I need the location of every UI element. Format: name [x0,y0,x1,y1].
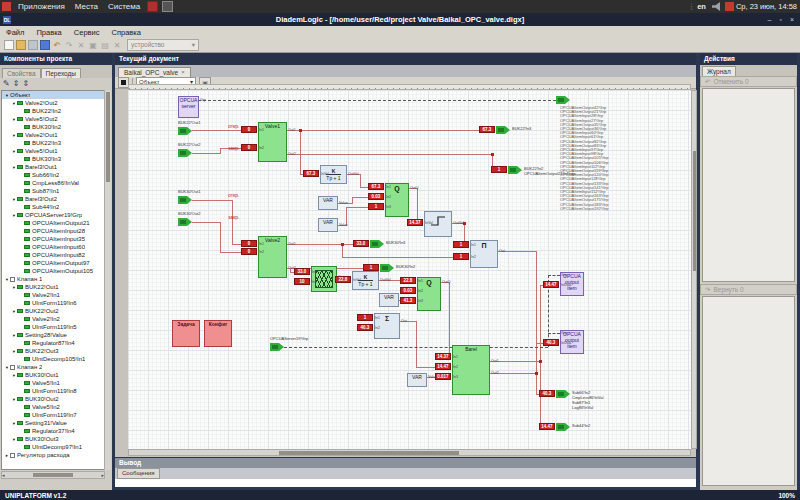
input-connector[interactable] [508,166,522,174]
diagram-canvas[interactable]: OPCUAserverGrpValve1In10In20Out1Out2KTp … [128,90,691,449]
tab-properties[interactable]: Свойства [2,68,41,78]
tree-item[interactable]: ▾Valve2!Out1 [2,131,104,139]
tree-item[interactable]: ▾BUK22!Out2 [2,307,104,315]
tree-item[interactable]: Sub87!In1 [2,187,104,195]
output-connector[interactable] [178,218,192,226]
tab-journal[interactable]: Журнал [702,66,736,76]
output-connector[interactable] [178,127,192,135]
scroll-left-icon[interactable]: ◂ [2,472,5,478]
tree-item[interactable]: UIntDecomp105!In1 [2,355,104,363]
tree-item[interactable]: Valve2!In2 [2,315,104,323]
tree-item[interactable]: ▾BUK22!Out3 [2,347,104,355]
scroll-right-icon[interactable]: ▸ [101,472,104,478]
tree-item[interactable]: ▾Setting31!Value [2,419,104,427]
menu-файл[interactable]: Файл [0,28,30,37]
paste-icon[interactable]: ▤ [100,40,110,50]
tree-item[interactable]: Regulator87!In4 [2,339,104,347]
tree-horizontal-scrollbar[interactable]: ◂ ▸ [1,471,105,479]
tree-item[interactable]: ▾Клапан 1 [2,275,104,283]
tree-item[interactable]: Regulator37!In4 [2,427,104,435]
block-config[interactable]: Конфиг [204,320,232,347]
tree-item[interactable]: CmpLess86!InVal [2,179,104,187]
desktop-menu-2[interactable]: Система [103,0,145,13]
tree-item[interactable]: ▾Valve5!Out2 [2,115,104,123]
tree-item[interactable]: Valve5!In2 [2,403,104,411]
output-connector[interactable] [178,149,192,157]
maximize-button[interactable]: ▫ [776,16,784,23]
tree-item[interactable]: OPCUAItemOutput97 [2,259,104,267]
cut-icon[interactable]: ✕ [76,40,86,50]
canvas-horizontal-scrollbar[interactable] [128,449,691,456]
menu-сервис[interactable]: Сервис [68,28,106,37]
block-task[interactable]: Задача [172,320,200,347]
collapse-all-icon[interactable]: ⇕ [22,79,29,89]
tree-item[interactable]: ▾Valve5!Out1 [2,147,104,155]
device-dropdown[interactable]: устройство▾ [127,39,199,51]
tree-item[interactable]: BUK30!In2 [2,123,104,131]
input-connector[interactable] [556,96,570,104]
tree-item[interactable]: ▾Клапан 2 [2,363,104,371]
tree-item[interactable]: OPCUAItemOutput21 [2,219,104,227]
redo-button[interactable]: ↷ Вернуть 0 [700,284,797,295]
checkbox-icon[interactable] [10,277,15,282]
tree-item[interactable]: ▾OPCUAServer19!Grp [2,211,104,219]
block-var1[interactable]: VAR [318,196,338,210]
tree-item[interactable]: OPCUAItemInput60 [2,243,104,251]
expand-all-icon[interactable]: ⇕ [13,79,20,89]
tree-item[interactable]: Valve2!In1 [2,291,104,299]
clock[interactable]: Ср, 23 июн, 14:58 [736,2,797,11]
window-titlebar[interactable]: DL DiademLogic - [/home/user/Red/project… [0,13,800,26]
redo-history-list[interactable] [702,296,795,486]
screen-applet-icon[interactable] [162,1,173,12]
checkbox-icon[interactable] [10,453,15,458]
tree-item[interactable]: BUK30!In3 [2,155,104,163]
undo-icon[interactable]: ↶ [52,40,62,50]
tree-item[interactable]: ▾BUK30!Out3 [2,435,104,443]
tree-item[interactable]: OPCUAItemOutput105 [2,267,104,275]
checkbox-icon[interactable] [10,365,15,370]
delete-icon[interactable]: ✕ [112,40,122,50]
tree-item[interactable]: ▾BUK30!Out2 [2,395,104,403]
connect-icon[interactable] [40,40,50,50]
applet-icon[interactable] [147,1,158,12]
tree-item[interactable]: ▾Setting28!Value [2,331,104,339]
tree-item[interactable]: Sub44!In2 [2,203,104,211]
open-folder-icon[interactable] [16,40,26,50]
new-document-icon[interactable] [4,40,14,50]
tab-transitions[interactable]: Переходы [41,68,82,78]
desktop-menu-1[interactable]: Места [70,0,103,13]
close-button[interactable]: × [787,16,797,23]
tree-item[interactable]: ▾Barel3!Out1 [2,163,104,171]
input-connector[interactable] [556,423,570,431]
output-connector[interactable] [270,343,284,351]
desktop-menu-0[interactable]: Приложения [13,0,70,13]
undo-history-list[interactable] [702,88,795,282]
block-var3[interactable]: VAR [379,293,399,307]
tree-item[interactable]: ▾Valve2!Out2 [2,99,104,107]
block-var2[interactable]: VAR [318,218,338,232]
block-opcua-server[interactable]: OPCUAserver [178,96,199,118]
input-connector[interactable] [380,264,394,272]
tree-item[interactable]: OPCUAItemInput28 [2,227,104,235]
tree-item[interactable]: UIntForm119!In6 [2,299,104,307]
tree-item[interactable]: BUK22!In2 [2,107,104,115]
keyboard-layout[interactable]: en [697,2,706,11]
undo-button[interactable]: ↶ Отменить 0 [700,76,797,87]
tree-vertical-scrollbar[interactable] [104,90,111,470]
tree-item[interactable]: BUK22!In3 [2,139,104,147]
tree-item[interactable]: ▾Объект [2,91,104,99]
tree-item[interactable]: UIntForm119!In7 [2,411,104,419]
save-icon[interactable] [28,40,38,50]
tree-item[interactable]: OPCUAItemInput35 [2,235,104,243]
minimize-button[interactable]: – [765,16,775,23]
tree-item[interactable]: UIntForm119!In8 [2,387,104,395]
tree-item[interactable]: UIntDecomp97!In1 [2,443,104,451]
input-connector[interactable] [556,390,570,398]
tree-item[interactable]: OPCUAItemInput82 [2,251,104,259]
distro-menu-icon[interactable] [2,2,11,11]
tree-item[interactable]: Sub66!In2 [2,171,104,179]
tree-item[interactable]: ▾Barel3!Out2 [2,195,104,203]
block-barel1[interactable]: Barel [452,345,490,395]
menu-справка[interactable]: Справка [105,28,146,37]
canvas-vertical-scrollbar[interactable] [691,90,697,449]
